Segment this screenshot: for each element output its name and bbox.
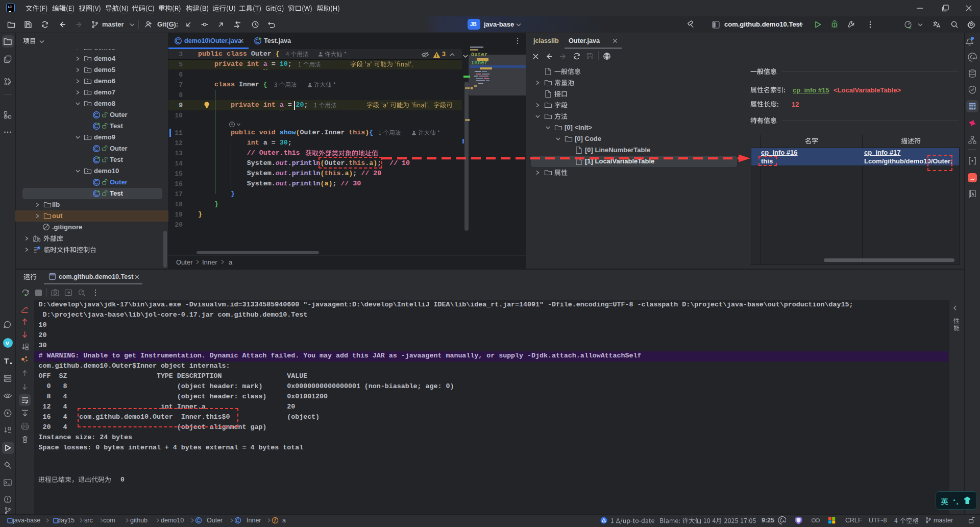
svg-text:f: f [274,517,277,523]
